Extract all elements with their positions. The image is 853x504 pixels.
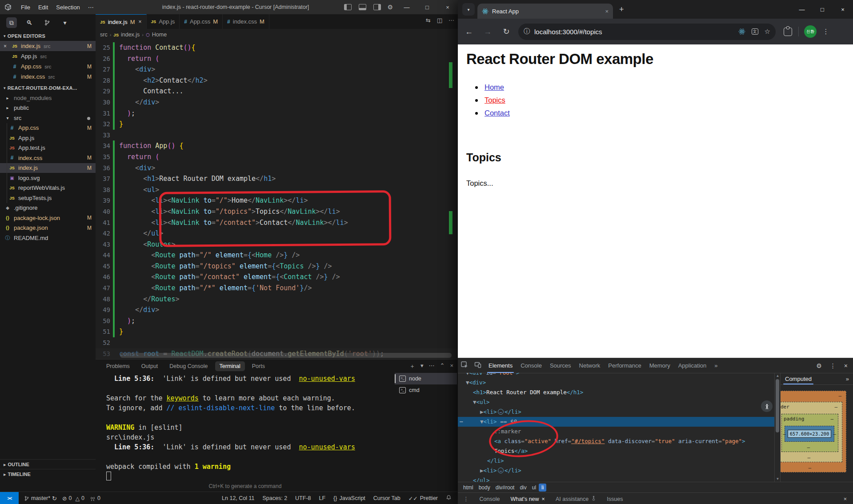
devtools-tab-memory[interactable]: Memory xyxy=(645,358,674,373)
file-tree-item[interactable]: #index.cssM xyxy=(0,153,96,163)
explorer-files-icon[interactable]: ⧉ xyxy=(6,17,17,28)
compare-changes-icon[interactable]: ⇆ xyxy=(426,17,431,24)
minimize-button[interactable]: — xyxy=(396,0,417,14)
dom-tree-row[interactable]: <h1>React Router DOM example</h1> xyxy=(458,388,774,397)
editor-code-line[interactable]: 37 <h1>React Router DOM example</h1> xyxy=(96,173,458,184)
browser-tab[interactable]: React App × xyxy=(477,4,613,19)
toggle-sidebar-icon[interactable] xyxy=(344,4,352,10)
sync-icon[interactable]: ↻ xyxy=(52,495,57,502)
toggle-secondary-sidebar-icon[interactable] xyxy=(373,4,381,10)
editor-code-line[interactable]: 45 <Route path="/topics" element={<Topic… xyxy=(96,261,458,272)
panel-tab-output[interactable]: Output xyxy=(137,361,163,371)
tab-close-icon[interactable]: × xyxy=(605,8,609,15)
status-item-ln-12--col-11[interactable]: Ln 12, Col 11 xyxy=(222,495,254,501)
breadcrumb-item[interactable]: index.js xyxy=(121,32,140,38)
file-tree-item[interactable]: JSindex.jsM xyxy=(0,163,96,173)
menu-item-selection[interactable]: Selection xyxy=(52,4,84,11)
page-link-topics[interactable]: Topics xyxy=(485,96,505,104)
breadcrumb-item[interactable]: Home xyxy=(152,32,167,38)
dom-tree-row[interactable]: </li> xyxy=(458,456,774,466)
toggle-panel-icon[interactable] xyxy=(359,4,366,10)
extensions-icon[interactable] xyxy=(784,28,792,36)
close-button[interactable]: × xyxy=(437,0,458,14)
back-icon[interactable]: ← xyxy=(461,24,477,39)
editor-code-line[interactable]: 25function Contact(){ xyxy=(96,42,458,53)
translate-icon[interactable]: 文 xyxy=(752,28,758,35)
dom-tree-row[interactable]: ▼<div> xyxy=(458,378,774,388)
bookmark-star-icon[interactable]: ☆ xyxy=(765,28,770,36)
devtools-menu-icon[interactable]: ⋮ xyxy=(830,362,836,369)
editor-code-line[interactable]: 36 <div> xyxy=(96,163,458,174)
devtools-settings-gear-icon[interactable]: ⚙ xyxy=(816,362,822,369)
editor-tab-index.css[interactable]: #index.cssM xyxy=(223,14,269,29)
file-tree-item[interactable]: ▸public xyxy=(0,103,96,113)
editor-code-line[interactable]: 26 return ( xyxy=(96,53,458,64)
address-bar[interactable]: ⓘ localhost:3000/#/topics 文 ☆ xyxy=(518,24,776,40)
editor-code-line[interactable]: 52 xyxy=(96,337,458,348)
editor-code-line[interactable]: 47 <Route path="/*" element={'Not Found'… xyxy=(96,283,458,294)
panel-tab-problems[interactable]: Problems xyxy=(102,361,134,371)
row-menu-dots[interactable]: ⋯ xyxy=(460,417,463,427)
editor-code-line[interactable]: 28 <h2>Contact</h2> xyxy=(96,75,458,86)
timeline-section-header[interactable]: ▸TIMELINE xyxy=(0,469,99,479)
editor-code-line[interactable]: 32} xyxy=(96,119,458,130)
menu-item-file[interactable]: File xyxy=(17,4,34,11)
search-icon[interactable]: 🔍︎ xyxy=(24,17,35,28)
dom-crumb-html[interactable]: html xyxy=(461,484,476,492)
profile-avatar[interactable]: 진환 xyxy=(804,25,817,38)
open-editor-item[interactable]: #App.csssrcM xyxy=(0,61,96,72)
split-editor-icon[interactable]: ◫ xyxy=(437,17,442,24)
editor-code-line[interactable]: 29 Contact... xyxy=(96,86,458,97)
drawer-tab-issues[interactable]: Issues xyxy=(601,493,628,504)
open-editor-item[interactable]: JSApp.jssrc xyxy=(0,51,96,61)
terminal-instance-node[interactable]: >_node xyxy=(395,373,457,384)
tab-close-icon[interactable]: × xyxy=(139,19,142,25)
source-control-icon[interactable] xyxy=(42,17,52,28)
status-item-prettier[interactable]: ✓✓Prettier xyxy=(408,495,438,502)
chevron-down-icon[interactable]: ▾ xyxy=(60,17,70,28)
maximize-button[interactable]: □ xyxy=(417,0,437,14)
editor-code-line[interactable]: 46 <Route path="/contact" element={<Cont… xyxy=(96,272,458,283)
accessibility-person-icon[interactable] xyxy=(761,400,773,412)
settings-gear-icon[interactable]: ⚙ xyxy=(387,4,393,11)
editor-code-line[interactable]: 35 return ( xyxy=(96,152,458,163)
dom-tree-row[interactable]: ▼<div id="root"> xyxy=(458,373,774,378)
open-editor-item[interactable]: #index.csssrcM xyxy=(0,72,96,82)
horizontal-scrollbar[interactable] xyxy=(120,353,452,358)
browser-close-button[interactable]: × xyxy=(833,0,853,18)
devtools-tab-sources[interactable]: Sources xyxy=(546,358,575,373)
file-tree-item[interactable]: {}package-lock.jsonM xyxy=(0,213,96,223)
ports-status[interactable]: 0 xyxy=(90,495,100,501)
breadcrumb-item[interactable]: src xyxy=(100,32,108,38)
dom-tree-row[interactable]: ▶<li>…</li> xyxy=(458,466,774,476)
file-tree-item[interactable]: ◆.gitignore xyxy=(0,203,96,213)
devtools-tab-performance[interactable]: Performance xyxy=(604,358,645,373)
panel-more-icon[interactable]: ⋯ xyxy=(429,362,435,370)
status-item-cursor-tab[interactable]: Cursor Tab xyxy=(373,495,400,501)
drawer-tab-console[interactable]: Console xyxy=(474,493,505,504)
editor-code-line[interactable]: 34function App() { xyxy=(96,140,458,152)
devtools-tab-elements[interactable]: Elements xyxy=(485,358,517,373)
bell-icon[interactable] xyxy=(446,495,452,502)
dom-tree-row[interactable]: ▼<ul> xyxy=(458,397,774,407)
file-tree-item[interactable]: ▾src xyxy=(0,113,96,123)
terminal-output[interactable]: Line 5:36: 'Link' is defined but never u… xyxy=(106,374,355,482)
dom-crumb-div[interactable]: div xyxy=(517,484,529,492)
file-tree-item[interactable]: JSApp.test.js xyxy=(0,143,96,153)
editor-tab-App.js[interactable]: JSApp.js xyxy=(147,14,180,29)
file-tree-item[interactable]: JSApp.js xyxy=(0,133,96,143)
browser-minimize-button[interactable]: — xyxy=(792,0,812,18)
file-tree-item[interactable]: {}package.jsonM xyxy=(0,223,96,233)
editor-code-line[interactable]: 31 ); xyxy=(96,108,458,119)
terminal-instance-cmd[interactable]: >_cmd xyxy=(395,384,457,396)
file-tree-item[interactable]: #App.cssM xyxy=(0,123,96,133)
editor-code-line[interactable]: 44 <Route path="/" element={<Home />} /> xyxy=(96,250,458,261)
devtools-tab-network[interactable]: Network xyxy=(575,358,605,373)
panel-tab-ports[interactable]: Ports xyxy=(248,361,269,371)
editor-tab-App.css[interactable]: #App.cssM xyxy=(180,14,223,29)
editor-code-line[interactable]: 49 </div> xyxy=(96,304,458,316)
new-tab-button[interactable]: + xyxy=(619,5,624,14)
scroll-up-icon[interactable]: ▲ xyxy=(776,374,780,378)
devtools-more-tabs-icon[interactable]: » xyxy=(710,358,721,373)
open-editor-item[interactable]: ×JSindex.jssrcM xyxy=(0,41,96,51)
